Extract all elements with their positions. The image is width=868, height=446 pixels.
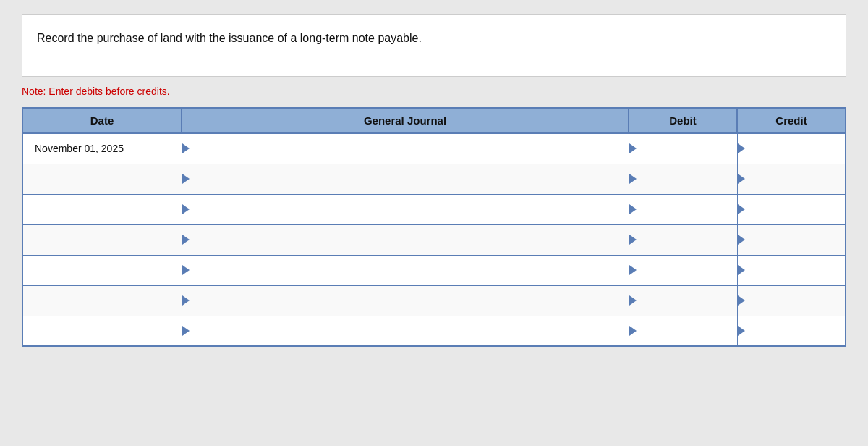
date-cell[interactable] [22,255,182,285]
arrow-icon [182,174,190,184]
date-value: November 01, 2025 [23,143,124,154]
arrow-icon [629,326,637,336]
journal-cell[interactable] [182,285,629,316]
arrow-icon [738,143,745,153]
arrow-icon [629,265,637,275]
credit-cell[interactable] [737,164,846,194]
arrow-icon [629,174,637,184]
table-row[interactable] [22,316,846,346]
arrow-icon [629,204,637,214]
credit-cell[interactable] [737,255,846,285]
debit-cell[interactable] [629,224,737,255]
arrow-icon [738,326,745,336]
col-header-date: Date [22,108,182,133]
journal-cell[interactable] [182,133,629,164]
debit-cell[interactable] [629,316,737,346]
journal-cell[interactable] [182,316,629,346]
instruction-text: Record the purchase of land with the iss… [37,32,422,44]
debit-cell[interactable] [629,285,737,316]
arrow-icon [182,204,190,214]
arrow-icon [182,265,190,275]
arrow-icon [629,235,637,245]
journal-cell[interactable] [182,224,629,255]
arrow-icon [738,174,745,184]
journal-cell[interactable] [182,255,629,285]
note-text: Note: Enter debits before credits. [22,85,846,97]
journal-cell[interactable] [182,164,629,194]
debit-cell[interactable] [629,164,737,194]
arrow-icon [629,295,637,306]
arrow-icon [182,326,190,336]
col-header-journal: General Journal [182,108,629,133]
debit-cell[interactable] [629,133,737,164]
date-cell[interactable] [22,224,182,255]
table-row[interactable] [22,194,846,224]
debit-cell[interactable] [629,194,737,224]
credit-cell[interactable] [737,133,846,164]
credit-cell[interactable] [737,194,846,224]
credit-cell[interactable] [737,224,846,255]
arrow-icon [738,295,745,306]
date-cell[interactable]: November 01, 2025 [22,133,182,164]
credit-cell[interactable] [737,285,846,316]
arrow-icon [182,295,190,306]
date-cell[interactable] [22,164,182,194]
table-row[interactable] [22,285,846,316]
arrow-icon [629,143,637,153]
arrow-icon [182,143,190,153]
date-cell[interactable] [22,285,182,316]
debit-cell[interactable] [629,255,737,285]
arrow-icon [738,235,745,245]
table-row[interactable] [22,224,846,255]
col-header-credit: Credit [737,108,846,133]
date-cell[interactable] [22,316,182,346]
arrow-icon [738,204,745,214]
table-row[interactable] [22,255,846,285]
table-row[interactable] [22,164,846,194]
table-row[interactable]: November 01, 2025 [22,133,846,164]
date-cell[interactable] [22,194,182,224]
arrow-icon [182,235,190,245]
credit-cell[interactable] [737,316,846,346]
arrow-icon [738,265,745,275]
journal-cell[interactable] [182,194,629,224]
instruction-box: Record the purchase of land with the iss… [22,14,846,77]
col-header-debit: Debit [629,108,737,133]
journal-table: Date General Journal Debit Credit Novemb… [22,107,846,347]
